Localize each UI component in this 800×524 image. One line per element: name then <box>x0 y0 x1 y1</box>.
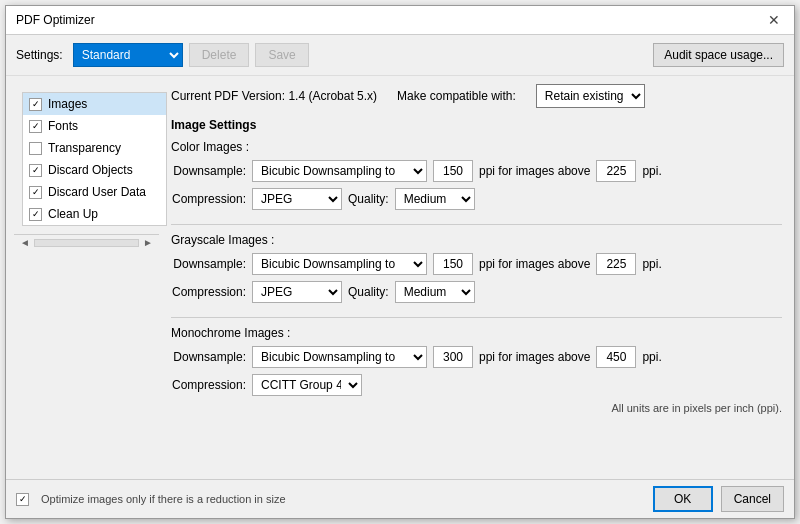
mono-downsample-row: Downsample: Bicubic Downsampling to ppi … <box>171 346 782 368</box>
sidebar-item-images[interactable]: Images <box>23 93 166 115</box>
sidebar: Images Fonts Transparency Discard Object… <box>22 92 167 226</box>
color-ppi-input[interactable] <box>433 160 473 182</box>
color-ppi-unit: ppi. <box>642 164 661 178</box>
transparency-checkbox[interactable] <box>29 142 42 155</box>
mono-ppi-unit: ppi. <box>642 350 661 364</box>
sidebar-item-label-discard-user-data: Discard User Data <box>48 185 146 199</box>
ok-button[interactable]: OK <box>653 486 713 512</box>
mono-compression-dropdown[interactable]: CCITT Group 4 <box>252 374 362 396</box>
mono-ppi-above-input[interactable] <box>596 346 636 368</box>
sidebar-item-clean-up[interactable]: Clean Up <box>23 203 166 225</box>
mono-downsample-dropdown[interactable]: Bicubic Downsampling to <box>252 346 427 368</box>
compat-dropdown[interactable]: Retain existing <box>536 84 645 108</box>
sidebar-item-label-images: Images <box>48 97 87 111</box>
monochrome-images-title: Monochrome Images : <box>171 326 782 340</box>
scroll-left-icon[interactable]: ◄ <box>18 237 32 248</box>
sidebar-item-discard-user-data[interactable]: Discard User Data <box>23 181 166 203</box>
info-bar: Current PDF Version: 1.4 (Acrobat 5.x) M… <box>171 84 782 108</box>
clean-up-checkbox[interactable] <box>29 208 42 221</box>
discard-objects-checkbox[interactable] <box>29 164 42 177</box>
toolbar: Settings: Standard Delete Save Audit spa… <box>6 35 794 76</box>
sidebar-item-label-fonts: Fonts <box>48 119 78 133</box>
grayscale-compression-dropdown[interactable]: JPEG <box>252 281 342 303</box>
mono-compression-row: Compression: CCITT Group 4 <box>171 374 782 396</box>
divider-2 <box>171 317 782 318</box>
grayscale-compression-label: Compression: <box>171 285 246 299</box>
optimize-label: Optimize images only if there is a reduc… <box>41 493 286 505</box>
monochrome-images-section: Monochrome Images : Downsample: Bicubic … <box>171 326 782 414</box>
settings-dropdown[interactable]: Standard <box>73 43 183 67</box>
sidebar-container: Images Fonts Transparency Discard Object… <box>14 84 159 471</box>
sidebar-item-label-clean-up: Clean Up <box>48 207 98 221</box>
grayscale-quality-dropdown[interactable]: Medium <box>395 281 475 303</box>
color-compression-label: Compression: <box>171 192 246 206</box>
cancel-button[interactable]: Cancel <box>721 486 784 512</box>
save-button[interactable]: Save <box>255 43 308 67</box>
compat-label: Make compatible with: <box>397 89 516 103</box>
fonts-checkbox[interactable] <box>29 120 42 133</box>
close-button[interactable]: ✕ <box>764 12 784 28</box>
sidebar-scrollbar: ◄ ► <box>14 234 159 250</box>
footer: Optimize images only if there is a reduc… <box>6 479 794 518</box>
settings-label: Settings: <box>16 48 63 62</box>
grayscale-ppi-above-label: ppi for images above <box>479 257 590 271</box>
grayscale-ppi-input[interactable] <box>433 253 473 275</box>
color-downsample-label: Downsample: <box>171 164 246 178</box>
mono-ppi-input[interactable] <box>433 346 473 368</box>
optimize-checkbox[interactable] <box>16 493 29 506</box>
color-images-section: Color Images : Downsample: Bicubic Downs… <box>171 140 782 210</box>
color-ppi-above-input[interactable] <box>596 160 636 182</box>
divider-1 <box>171 224 782 225</box>
color-quality-label: Quality: <box>348 192 389 206</box>
color-images-title: Color Images : <box>171 140 782 154</box>
title-bar: PDF Optimizer ✕ <box>6 6 794 35</box>
grayscale-images-section: Grayscale Images : Downsample: Bicubic D… <box>171 233 782 303</box>
scroll-track[interactable] <box>34 239 139 247</box>
pdf-optimizer-dialog: PDF Optimizer ✕ Settings: Standard Delet… <box>5 5 795 519</box>
color-ppi-above-label: ppi for images above <box>479 164 590 178</box>
footer-buttons: OK Cancel <box>653 486 784 512</box>
scroll-right-icon[interactable]: ► <box>141 237 155 248</box>
grayscale-quality-label: Quality: <box>348 285 389 299</box>
main-content: Current PDF Version: 1.4 (Acrobat 5.x) M… <box>159 76 794 479</box>
grayscale-compression-row: Compression: JPEG Quality: Medium <box>171 281 782 303</box>
units-note: All units are in pixels per inch (ppi). <box>171 402 782 414</box>
mono-ppi-above-label: ppi for images above <box>479 350 590 364</box>
sidebar-item-fonts[interactable]: Fonts <box>23 115 166 137</box>
grayscale-images-title: Grayscale Images : <box>171 233 782 247</box>
dialog-title: PDF Optimizer <box>16 13 95 27</box>
images-checkbox[interactable] <box>29 98 42 111</box>
color-downsample-row: Downsample: Bicubic Downsampling to ppi … <box>171 160 782 182</box>
color-downsample-dropdown[interactable]: Bicubic Downsampling to <box>252 160 427 182</box>
color-quality-dropdown[interactable]: Medium <box>395 188 475 210</box>
color-compression-row: Compression: JPEG Quality: Medium <box>171 188 782 210</box>
discard-user-data-checkbox[interactable] <box>29 186 42 199</box>
grayscale-ppi-unit: ppi. <box>642 257 661 271</box>
grayscale-downsample-label: Downsample: <box>171 257 246 271</box>
audit-space-button[interactable]: Audit space usage... <box>653 43 784 67</box>
sidebar-item-discard-objects[interactable]: Discard Objects <box>23 159 166 181</box>
sidebar-item-transparency[interactable]: Transparency <box>23 137 166 159</box>
pdf-version-text: Current PDF Version: 1.4 (Acrobat 5.x) <box>171 89 377 103</box>
sidebar-item-label-discard-objects: Discard Objects <box>48 163 133 177</box>
mono-compression-label: Compression: <box>171 378 246 392</box>
grayscale-ppi-above-input[interactable] <box>596 253 636 275</box>
grayscale-downsample-row: Downsample: Bicubic Downsampling to ppi … <box>171 253 782 275</box>
mono-downsample-label: Downsample: <box>171 350 246 364</box>
sidebar-item-label-transparency: Transparency <box>48 141 121 155</box>
content-area: Images Fonts Transparency Discard Object… <box>6 76 794 479</box>
image-settings-title: Image Settings <box>171 118 782 132</box>
grayscale-downsample-dropdown[interactable]: Bicubic Downsampling to <box>252 253 427 275</box>
delete-button[interactable]: Delete <box>189 43 250 67</box>
color-compression-dropdown[interactable]: JPEG <box>252 188 342 210</box>
footer-left: Optimize images only if there is a reduc… <box>16 493 286 506</box>
